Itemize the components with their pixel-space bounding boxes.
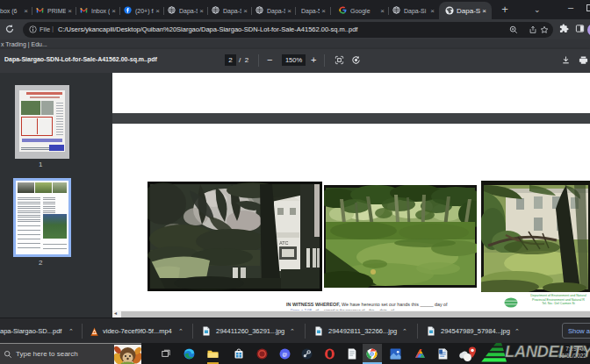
svg-text:LANDELITY: LANDELITY [505, 342, 590, 360]
svg-text:@: @ [282, 352, 287, 357]
